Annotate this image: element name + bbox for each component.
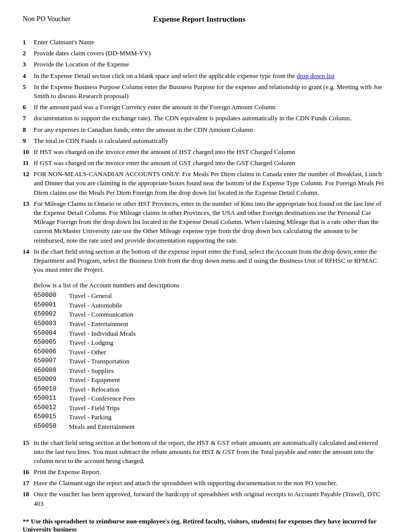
account-number: 650002 [34, 310, 69, 319]
header-center: Expense Report Instructions [70, 15, 328, 24]
accounts-section: Below is a list of the Account numbers a… [34, 281, 388, 431]
list-number: 15 [23, 438, 34, 447]
account-description: Travel - Relocation [69, 385, 120, 394]
list-content: For any expenses in Canadian funds, ente… [34, 125, 388, 134]
list-content: Print the Expense Report. [34, 468, 388, 477]
list-number: 2 [23, 49, 34, 58]
account-number: 650005 [34, 338, 69, 347]
list-number: 7 [23, 114, 34, 123]
account-number: 650010 [34, 385, 69, 394]
account-row: 650002Travel - Communication [34, 310, 388, 319]
account-description: Travel - Other [69, 348, 106, 357]
header-left: Non PO Voucher [23, 15, 70, 24]
list-content: Provide the Location of the Expense [34, 60, 388, 69]
account-description: Travel - Conference Fees [69, 394, 135, 403]
instruction-item-13: 13For Mileage Claims in Ontario or other… [23, 199, 388, 245]
list-content: documentation to support the exchange ra… [34, 114, 388, 123]
account-row: 650050Meals and Entertainment [34, 422, 388, 431]
account-row: 650008Travel - Supplies [34, 366, 388, 375]
list-number: 8 [23, 125, 34, 134]
list-number: 4 [23, 71, 34, 81]
instruction-item-9: 9The total in CDN Funds is calculated au… [23, 136, 388, 145]
list-number: 1 [23, 38, 34, 47]
instruction-item-12: 12FOR NON-MEALS-CANADIAN ACCOUNTS ONLY: … [23, 170, 388, 197]
instruction-item-8: 8For any expenses in Canadian funds, ent… [23, 125, 388, 134]
account-description: Travel - General [69, 291, 112, 300]
list-number: 3 [23, 60, 34, 69]
instruction-item-6: 6If the amount paid was a Foreign Curren… [23, 103, 388, 112]
account-description: Meals and Entertainment [69, 422, 135, 431]
footer-note-text: ** Use this spreadsheet to reimburse non… [23, 517, 376, 532]
account-row: 650006Travel - Other [34, 348, 388, 357]
account-description: Travel - Transportation [69, 357, 129, 366]
account-number: 650012 [34, 404, 69, 413]
account-number: 650000 [34, 291, 69, 300]
list-content: FOR NON-MEALS-CANADIAN ACCOUNTS ONLY: Fo… [34, 170, 388, 197]
list-content: Have the Claimant sign the report and at… [34, 479, 388, 488]
list-number: 5 [23, 83, 34, 92]
list-content: For Mileage Claims in Ontario or other H… [34, 199, 388, 245]
list-content: Enter Claimant's Name [34, 38, 388, 47]
account-description: Travel - Parking [69, 413, 112, 422]
instruction-item-7: 7documentation to support the exchange r… [23, 114, 388, 123]
list-content: In the Expense Business Purpose Column e… [34, 83, 388, 101]
account-description: Travel - Individual Meals [69, 329, 136, 338]
list-number: 13 [23, 199, 34, 208]
account-number: 650004 [34, 329, 69, 338]
list-number: 14 [23, 247, 34, 256]
account-description: Travel - Automobile [69, 301, 122, 310]
account-description: Travel - Equipment [69, 375, 120, 385]
account-row: 650009Travel - Equipment [34, 375, 388, 385]
list-number: 9 [23, 136, 34, 145]
list-number: 12 [23, 170, 34, 179]
account-description: Travel - Communication [69, 310, 133, 319]
instruction-item-3: 3Provide the Location of the Expense [23, 60, 388, 69]
list-number: 16 [23, 468, 34, 477]
account-row: 650004Travel - Individual Meals [34, 329, 388, 338]
list-content: Provide dates claim covers (DD-MMM-YY) [34, 49, 388, 58]
account-row: 650012Travel - Field Trips [34, 404, 388, 413]
instruction-item-17: 17Have the Claimant sign the report and … [23, 479, 388, 488]
footer-note: ** Use this spreadsheet to reimburse non… [23, 517, 388, 532]
list-number: 10 [23, 147, 34, 157]
account-description: Travel - Field Trips [69, 404, 120, 413]
account-number: 650007 [34, 357, 69, 366]
account-row: 650010Travel - Relocation [34, 385, 388, 394]
account-row: 650007Travel - Transportation [34, 357, 388, 366]
list-content: Once the voucher has been approved, forw… [34, 490, 388, 508]
list-content: If GST was charged on the invoice enter … [34, 159, 388, 168]
account-number: 650009 [34, 375, 69, 385]
list-number: 18 [23, 490, 34, 499]
account-description: Travel - Entertainment [69, 320, 128, 329]
account-row: 650005Travel - Lodging [34, 338, 388, 347]
account-number: 650011 [34, 394, 69, 403]
instruction-item-11: 11If GST was charged on the invoice ente… [23, 159, 388, 168]
instruction-item-16: 16Print the Expense Report. [23, 468, 388, 477]
account-row: 650000Travel - General [34, 291, 388, 300]
instruction-item-1: 1Enter Claimant's Name [23, 38, 388, 47]
list-content: If the amount paid was a Foreign Currenc… [34, 103, 388, 112]
list-number: 11 [23, 159, 34, 168]
instruction-item-15: 15In the chart field string section at t… [23, 438, 388, 466]
account-number: 650006 [34, 348, 69, 357]
instructions-list: 1Enter Claimant's Name2Provide dates cla… [23, 38, 388, 274]
list-content: In the chart field string section at the… [34, 247, 388, 275]
list-number: 17 [23, 479, 34, 488]
list-number: 6 [23, 103, 34, 112]
instruction-item-18: 18Once the voucher has been approved, fo… [23, 490, 388, 508]
instructions-list-2: 15In the chart field string section at t… [23, 438, 388, 508]
list-content: In the Expense Detail section click on a… [34, 71, 388, 81]
accounts-title: Below is a list of the Account numbers a… [34, 281, 388, 289]
account-row: 650003Travel - Entertainment [34, 320, 388, 329]
account-number: 650015 [34, 413, 69, 422]
header: Non PO Voucher Expense Report Instructio… [23, 15, 388, 24]
list-content: In the chart field string section at the… [34, 438, 388, 466]
accounts-list: 650000Travel - General650001Travel - Aut… [34, 291, 388, 431]
account-number: 650001 [34, 301, 69, 310]
instruction-item-10: 10If HST was charged on the invoice ente… [23, 147, 388, 157]
account-description: Travel - Supplies [69, 366, 114, 375]
drop-down-link[interactable]: drop down list [297, 72, 335, 80]
list-content: The total in CDN Funds is calculated aut… [34, 136, 388, 145]
instruction-item-14: 14In the chart field string section at t… [23, 247, 388, 275]
account-row: 650011Travel - Conference Fees [34, 394, 388, 403]
